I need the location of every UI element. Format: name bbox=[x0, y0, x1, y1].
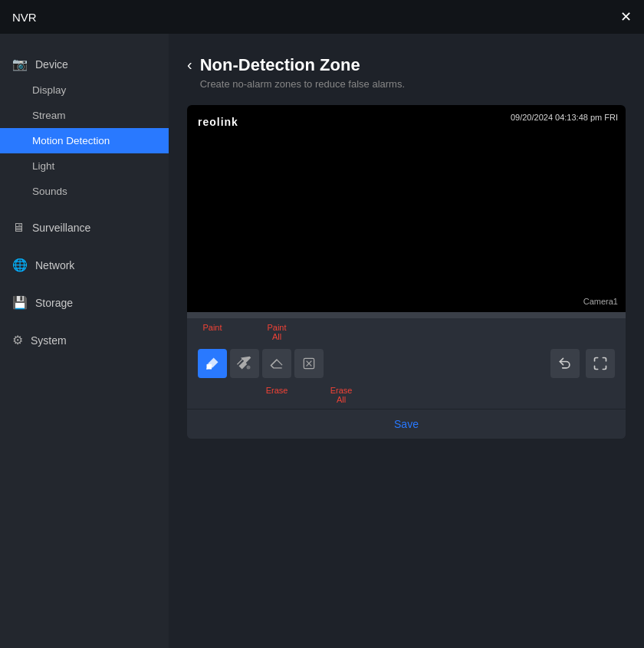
camera-timestamp: 09/20/2024 04:13:48 pm FRI bbox=[511, 113, 618, 122]
back-button[interactable]: ‹ bbox=[187, 57, 192, 72]
brand-bold: olink bbox=[209, 116, 238, 128]
fullscreen-icon bbox=[593, 356, 608, 371]
close-button[interactable]: ✕ bbox=[620, 10, 632, 24]
sidebar-section-surveillance: 🖥 Surveillance bbox=[0, 207, 169, 244]
camera-brand: reolink bbox=[198, 116, 238, 128]
sidebar-group-network-label: Network bbox=[35, 259, 74, 271]
sidebar-group-device: 📷 Device bbox=[0, 51, 169, 77]
sidebar-item-display[interactable]: Display bbox=[0, 77, 169, 103]
sidebar-group-system[interactable]: ⚙ System bbox=[0, 327, 169, 354]
undo-button[interactable] bbox=[550, 349, 580, 378]
tool-erase-all-wrapper bbox=[294, 349, 324, 378]
svg-point-1 bbox=[247, 366, 251, 370]
brand-prefix: re bbox=[198, 116, 209, 128]
surveillance-icon: 🖥 bbox=[12, 221, 25, 235]
tool-erase-wrapper bbox=[262, 349, 291, 378]
camera-label: Camera1 bbox=[583, 297, 618, 306]
sidebar-group-surveillance[interactable]: 🖥 Surveillance bbox=[0, 215, 169, 241]
network-icon: 🌐 bbox=[12, 258, 28, 272]
sidebar-group-system-label: System bbox=[31, 334, 67, 347]
zone-bar bbox=[187, 312, 626, 318]
paint-all-icon bbox=[237, 356, 252, 371]
label-erase: Erase bbox=[262, 386, 291, 404]
paint-all-button[interactable] bbox=[230, 349, 259, 378]
erase-button[interactable] bbox=[262, 349, 291, 378]
toolbar-right bbox=[550, 349, 615, 378]
page-title-block: Non-Detection Zone Create no-alarm zones… bbox=[200, 55, 405, 90]
tool-labels-top: Paint Paint All bbox=[187, 318, 626, 341]
system-icon: ⚙ bbox=[12, 333, 23, 347]
titlebar: NVR ✕ bbox=[0, 0, 644, 34]
camera-card: reolink 09/20/2024 04:13:48 pm FRI Camer… bbox=[187, 105, 626, 439]
tool-paint-wrapper bbox=[198, 349, 227, 378]
fullscreen-button[interactable] bbox=[586, 349, 615, 378]
sidebar-item-stream[interactable]: Stream bbox=[0, 103, 169, 128]
save-bar: Save bbox=[187, 409, 626, 439]
sidebar-group-network[interactable]: 🌐 Network bbox=[0, 252, 169, 278]
label-paint-all: Paint All bbox=[262, 323, 291, 341]
paint-icon bbox=[205, 356, 220, 371]
sidebar-section-system: ⚙ System bbox=[0, 319, 169, 357]
toolbar bbox=[187, 341, 626, 386]
label-paint: Paint bbox=[198, 323, 227, 341]
erase-icon bbox=[269, 356, 284, 371]
save-button[interactable]: Save bbox=[394, 418, 419, 430]
sidebar-item-motion-detection[interactable]: Motion Detection bbox=[0, 128, 169, 153]
page-subtitle: Create no-alarm zones to reduce false al… bbox=[200, 78, 405, 90]
sidebar-item-light[interactable]: Light bbox=[0, 153, 169, 179]
storage-icon: 💾 bbox=[12, 295, 28, 310]
sidebar-group-device-label: Device bbox=[35, 58, 68, 71]
device-icon: 📷 bbox=[12, 57, 28, 71]
tool-labels-bottom: Erase Erase All bbox=[187, 386, 626, 409]
sidebar-item-sounds[interactable]: Sounds bbox=[0, 179, 169, 204]
app-layout: 📷 Device Display Stream Motion Detection… bbox=[0, 34, 644, 648]
erase-all-icon bbox=[301, 356, 317, 371]
page-title: Non-Detection Zone bbox=[200, 55, 405, 75]
label-erase-all: Erase All bbox=[327, 386, 356, 404]
sidebar-group-storage[interactable]: 💾 Storage bbox=[0, 289, 169, 316]
sidebar-group-surveillance-label: Surveillance bbox=[32, 222, 90, 234]
undo-icon bbox=[557, 356, 573, 371]
paint-button[interactable] bbox=[198, 349, 227, 378]
sidebar: 📷 Device Display Stream Motion Detection… bbox=[0, 34, 169, 648]
main-content: ‹ Non-Detection Zone Create no-alarm zon… bbox=[169, 34, 644, 648]
sidebar-group-storage-label: Storage bbox=[35, 297, 73, 309]
app-title: NVR bbox=[12, 11, 37, 24]
page-header: ‹ Non-Detection Zone Create no-alarm zon… bbox=[187, 55, 626, 90]
tool-paint-all-wrapper bbox=[230, 349, 259, 378]
tool-group-main bbox=[198, 349, 324, 378]
sidebar-section-storage: 💾 Storage bbox=[0, 281, 169, 319]
camera-feed: reolink 09/20/2024 04:13:48 pm FRI Camer… bbox=[187, 105, 626, 312]
erase-all-button[interactable] bbox=[294, 349, 324, 378]
sidebar-section-device: 📷 Device Display Stream Motion Detection… bbox=[0, 43, 169, 207]
sidebar-section-network: 🌐 Network bbox=[0, 244, 169, 281]
